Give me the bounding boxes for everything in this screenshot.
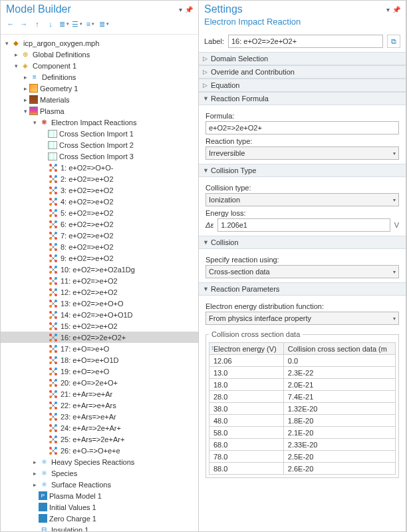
cell-energy[interactable]: 48.0 bbox=[209, 415, 284, 427]
show-button[interactable]: ≣ bbox=[58, 18, 70, 30]
section-domain-selection[interactable]: ▷ Domain Selection bbox=[199, 52, 406, 65]
table-row[interactable]: 68.02.33E-20 bbox=[209, 439, 396, 451]
tree-item[interactable]: 8: e+O2=>e+O2 bbox=[1, 241, 198, 252]
nav-back-button[interactable]: ← bbox=[5, 18, 17, 30]
tree-item[interactable]: 15: e+O2=>e+O2 bbox=[1, 320, 198, 332]
cell-cross-section[interactable]: 2.33E-20 bbox=[283, 439, 395, 451]
tree-item[interactable]: 17: e+O=>e+O bbox=[1, 343, 198, 354]
tree-item[interactable]: 24: e+Ar=>2e+Ar+ bbox=[1, 422, 198, 433]
tree-item[interactable]: ▸⊕Global Definitions bbox=[1, 49, 198, 60]
table-row[interactable]: 12.060.0 bbox=[209, 355, 396, 367]
tree-item[interactable]: ▾◆icp_argon_oxygen.mph bbox=[1, 37, 198, 49]
table-row[interactable]: 78.02.5E-20 bbox=[209, 451, 396, 463]
tree-item[interactable]: ▸⚛Surface Reactions bbox=[1, 479, 198, 490]
tree-item[interactable]: ▸Geometry 1 bbox=[1, 83, 198, 94]
cross-section-table[interactable]: ↕Electron energy (V) Collision cross sec… bbox=[209, 342, 396, 475]
tree-item[interactable]: 1: e+O2=>O+O- bbox=[1, 162, 198, 173]
tree-item[interactable]: 18: e+O=>e+O1D bbox=[1, 354, 198, 366]
tree-item[interactable]: 7: e+O2=>e+O2 bbox=[1, 230, 198, 241]
tree-item[interactable]: 23: e+Ars=>e+Ar bbox=[1, 411, 198, 422]
tree-item[interactable]: ▸Materials bbox=[1, 94, 198, 105]
table-row[interactable]: 28.07.4E-21 bbox=[209, 391, 396, 403]
collapse-button[interactable]: ☰ bbox=[71, 18, 83, 30]
eedf-select[interactable]: From physics interface property bbox=[205, 312, 399, 325]
cell-cross-section[interactable]: 1.32E-20 bbox=[283, 403, 395, 415]
expand-icon[interactable]: ▾ bbox=[22, 108, 29, 115]
col-cross-section[interactable]: Collision cross section data (m bbox=[283, 343, 395, 355]
cell-cross-section[interactable]: 7.4E-21 bbox=[283, 391, 395, 403]
pin-icon[interactable]: 📌 bbox=[392, 6, 400, 13]
tree-item[interactable]: 22: e+Ar=>e+Ars bbox=[1, 399, 198, 411]
section-collision[interactable]: ▼ Collision bbox=[199, 236, 406, 249]
expand-icon[interactable]: ▸ bbox=[22, 97, 29, 103]
table-row[interactable]: 18.02.0E-21 bbox=[209, 379, 396, 391]
formula-input[interactable] bbox=[205, 121, 399, 134]
cell-cross-section[interactable]: 2.6E-20 bbox=[283, 463, 395, 475]
section-equation[interactable]: ▷ Equation bbox=[199, 79, 406, 92]
col-electron-energy[interactable]: ↕Electron energy (V) bbox=[209, 343, 284, 355]
cell-energy[interactable]: 38.0 bbox=[209, 403, 284, 415]
nav-down-button[interactable]: ↓ bbox=[45, 18, 57, 30]
goto-source-button[interactable]: ⧉ bbox=[387, 35, 400, 48]
energy-loss-input[interactable] bbox=[217, 218, 390, 232]
pin-icon[interactable]: 📌 bbox=[185, 6, 193, 13]
cell-energy[interactable]: 88.0 bbox=[209, 463, 284, 475]
collision-type-select[interactable]: Ionization bbox=[205, 193, 399, 206]
tree-item[interactable]: 26: e+O-=>O+e+e bbox=[1, 445, 198, 456]
model-tree[interactable]: ▾◆icp_argon_oxygen.mph▸⊕Global Definitio… bbox=[1, 35, 198, 531]
tree-item[interactable]: 16: e+O2=>2e+O2+ bbox=[1, 332, 198, 343]
cell-energy[interactable]: 68.0 bbox=[209, 439, 284, 451]
tree-item[interactable]: Cross Section Import 2 bbox=[1, 139, 198, 150]
specify-reaction-select[interactable]: Cross-section data bbox=[205, 265, 399, 278]
minimize-icon[interactable]: ▾ bbox=[386, 6, 390, 13]
tree-item[interactable]: 10: e+O2=>e+O2a1Dg bbox=[1, 264, 198, 275]
cell-energy[interactable]: 28.0 bbox=[209, 391, 284, 403]
tree-item[interactable]: ▾◈Component 1 bbox=[1, 60, 198, 71]
tree-item[interactable]: 25: e+Ars=>2e+Ar+ bbox=[1, 433, 198, 445]
tree-item[interactable]: 6: e+O2=>e+O2 bbox=[1, 218, 198, 230]
expand-button[interactable]: ≡ bbox=[84, 18, 96, 30]
label-input[interactable] bbox=[228, 35, 383, 48]
expand-icon[interactable]: ▾ bbox=[13, 63, 20, 69]
cell-energy[interactable]: 18.0 bbox=[209, 379, 284, 391]
tree-item[interactable]: ▸⚛Species bbox=[1, 467, 198, 479]
tree-item[interactable]: 13: e+O2=>e+O+O bbox=[1, 298, 198, 309]
cell-energy[interactable]: 58.0 bbox=[209, 427, 284, 439]
view-button[interactable]: ≣ bbox=[98, 18, 110, 30]
tree-item[interactable]: ▸⚛Heavy Species Reactions bbox=[1, 456, 198, 467]
tree-item[interactable]: 19: e+O=>e+O bbox=[1, 366, 198, 377]
cell-cross-section[interactable]: 2.5E-20 bbox=[283, 451, 395, 463]
cell-cross-section[interactable]: 0.0 bbox=[283, 355, 395, 367]
tree-item[interactable]: 11: e+O2=>e+O2 bbox=[1, 275, 198, 286]
table-row[interactable]: 58.02.1E-20 bbox=[209, 427, 396, 439]
minimize-icon[interactable]: ▾ bbox=[179, 6, 182, 13]
tree-item[interactable]: 21: e+Ar=>e+Ar bbox=[1, 388, 198, 399]
expand-icon[interactable]: ▾ bbox=[3, 40, 11, 47]
tree-item[interactable]: 9: e+O2=>e+O2 bbox=[1, 252, 198, 264]
expand-icon[interactable]: ▸ bbox=[31, 470, 39, 477]
table-row[interactable]: 48.01.8E-20 bbox=[209, 415, 396, 427]
cell-cross-section[interactable]: 2.3E-22 bbox=[283, 367, 395, 379]
tree-item[interactable]: ▾⚛Electron Impact Reactions bbox=[1, 117, 198, 128]
tree-item[interactable]: Cross Section Import 3 bbox=[1, 150, 198, 162]
tree-item[interactable]: 5: e+O2=>e+O2 bbox=[1, 207, 198, 218]
cell-energy[interactable]: 12.06 bbox=[209, 355, 284, 367]
section-collision-type[interactable]: ▼ Collision Type bbox=[199, 164, 406, 177]
tree-item[interactable]: Initial Values 1 bbox=[1, 501, 198, 513]
tree-item[interactable]: 20: e+O=>2e+O+ bbox=[1, 377, 198, 388]
tree-item[interactable]: 14: e+O2=>e+O+O1D bbox=[1, 309, 198, 320]
expand-icon[interactable]: ▸ bbox=[22, 74, 29, 81]
cell-energy[interactable]: 78.0 bbox=[209, 451, 284, 463]
expand-icon[interactable]: ▸ bbox=[31, 481, 39, 488]
table-row[interactable]: 13.02.3E-22 bbox=[209, 367, 396, 379]
expand-icon[interactable]: ▸ bbox=[22, 85, 29, 92]
tree-item[interactable]: ⊟Insulation 1 bbox=[1, 524, 198, 531]
table-row[interactable]: 38.01.32E-20 bbox=[209, 403, 396, 415]
tree-item[interactable]: 4: e+O2=>e+O2 bbox=[1, 196, 198, 207]
nav-up-button[interactable]: ↑ bbox=[31, 18, 43, 30]
tree-item[interactable]: 12: e+O2=>e+O2 bbox=[1, 286, 198, 298]
cell-cross-section[interactable]: 2.0E-21 bbox=[283, 379, 395, 391]
reaction-type-select[interactable]: Irreversible bbox=[205, 146, 399, 160]
section-reaction-parameters[interactable]: ▼ Reaction Parameters bbox=[199, 282, 406, 296]
cell-energy[interactable]: 13.0 bbox=[209, 367, 284, 379]
